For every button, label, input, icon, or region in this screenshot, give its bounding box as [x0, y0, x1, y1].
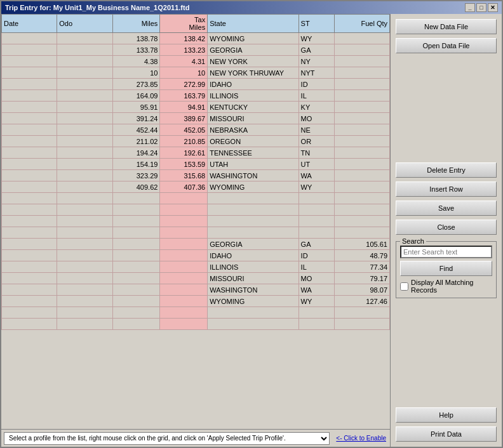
help-button[interactable]: Help	[396, 407, 497, 423]
table-row[interactable]	[2, 204, 390, 216]
table-cell[interactable]: NEW YORK THRUWAY	[208, 67, 298, 79]
table-cell[interactable]: 194.24	[112, 147, 160, 159]
table-cell[interactable]: GEORGIA	[208, 239, 298, 250]
table-cell[interactable]	[160, 227, 208, 239]
maximize-button[interactable]: □	[476, 3, 486, 12]
table-cell[interactable]	[112, 239, 160, 250]
table-cell[interactable]	[112, 193, 160, 204]
table-cell[interactable]	[57, 227, 112, 239]
search-input[interactable]	[400, 246, 492, 258]
table-cell[interactable]: UTAH	[208, 159, 298, 170]
table-row[interactable]: GEORGIAGA105.61	[2, 239, 390, 250]
table-cell[interactable]: 138.78	[112, 33, 160, 44]
table-cell[interactable]: 211.02	[112, 136, 160, 147]
table-cell[interactable]	[2, 261, 57, 273]
table-cell[interactable]	[112, 273, 160, 284]
table-cell[interactable]: IL	[298, 90, 334, 102]
table-cell[interactable]: WYOMING	[208, 181, 298, 193]
table-cell[interactable]: WA	[298, 284, 334, 296]
table-cell[interactable]: WY	[298, 181, 334, 193]
table-cell[interactable]	[334, 136, 389, 147]
new-data-file-button[interactable]: New Data File	[396, 19, 497, 34]
table-cell[interactable]	[334, 216, 389, 227]
table-cell[interactable]	[2, 124, 57, 136]
table-cell[interactable]	[208, 227, 298, 239]
table-row[interactable]: 391.24389.67MISSOURIMO	[2, 113, 390, 124]
table-cell[interactable]: 323.29	[112, 170, 160, 181]
table-cell[interactable]: 127.46	[334, 296, 389, 307]
table-cell[interactable]: 48.79	[334, 250, 389, 261]
table-row[interactable]: IDAHOID48.79	[2, 250, 390, 261]
table-cell[interactable]	[2, 170, 57, 181]
table-cell[interactable]	[2, 56, 57, 67]
table-cell[interactable]	[160, 204, 208, 216]
find-button[interactable]: Find	[400, 261, 492, 276]
table-cell[interactable]: WYOMING	[208, 296, 298, 307]
save-button[interactable]: Save	[396, 201, 497, 216]
table-cell[interactable]	[208, 193, 298, 204]
table-cell[interactable]	[334, 33, 389, 44]
table-cell[interactable]	[112, 250, 160, 261]
table-cell[interactable]	[57, 250, 112, 261]
table-cell[interactable]: WA	[298, 170, 334, 181]
table-row[interactable]: 194.24192.61TENNESSEETN	[2, 147, 390, 159]
table-row[interactable]: 323.29315.68WASHINGTONWA	[2, 170, 390, 181]
table-cell[interactable]: WY	[298, 296, 334, 307]
table-cell[interactable]: WYOMING	[208, 33, 298, 44]
table-row[interactable]: 95.9194.91KENTUCKYKY	[2, 102, 390, 113]
insert-row-button[interactable]: Insert Row	[396, 181, 497, 197]
table-cell[interactable]	[2, 113, 57, 124]
table-cell[interactable]	[57, 181, 112, 193]
table-cell[interactable]: 192.61	[160, 147, 208, 159]
table-cell[interactable]	[57, 216, 112, 227]
table-cell[interactable]: 77.34	[334, 261, 389, 273]
table-cell[interactable]	[160, 273, 208, 284]
table-cell[interactable]: IDAHO	[208, 79, 298, 90]
table-cell[interactable]	[2, 307, 57, 319]
table-cell[interactable]	[334, 79, 389, 90]
table-cell[interactable]	[57, 124, 112, 136]
table-cell[interactable]: 163.79	[160, 90, 208, 102]
close-button-panel[interactable]: Close	[396, 220, 497, 235]
table-cell[interactable]	[57, 56, 112, 67]
table-cell[interactable]: 210.85	[160, 136, 208, 147]
table-row[interactable]: 1010NEW YORK THRUWAYNYT	[2, 67, 390, 79]
table-cell[interactable]	[2, 44, 57, 56]
table-cell[interactable]: 98.07	[334, 284, 389, 296]
table-cell[interactable]	[298, 307, 334, 319]
table-cell[interactable]	[112, 261, 160, 273]
table-cell[interactable]	[57, 33, 112, 44]
table-cell[interactable]	[160, 193, 208, 204]
table-row[interactable]	[2, 307, 390, 319]
table-cell[interactable]: 138.42	[160, 33, 208, 44]
table-cell[interactable]	[2, 79, 57, 90]
table-cell[interactable]	[112, 216, 160, 227]
table-cell[interactable]: ILLINOIS	[208, 261, 298, 273]
delete-entry-button[interactable]: Delete Entry	[396, 162, 497, 178]
table-cell[interactable]	[298, 216, 334, 227]
table-cell[interactable]	[334, 181, 389, 193]
table-cell[interactable]: 407.36	[160, 181, 208, 193]
table-cell[interactable]	[334, 204, 389, 216]
table-cell[interactable]	[2, 33, 57, 44]
table-cell[interactable]	[57, 147, 112, 159]
close-button[interactable]: ✕	[488, 3, 498, 12]
table-cell[interactable]: 273.85	[112, 79, 160, 90]
table-cell[interactable]: GA	[298, 44, 334, 56]
table-cell[interactable]: 105.61	[334, 239, 389, 250]
table-cell[interactable]	[112, 296, 160, 307]
table-cell[interactable]	[57, 44, 112, 56]
table-row[interactable]	[2, 227, 390, 239]
table-cell[interactable]	[2, 284, 57, 296]
table-cell[interactable]: MO	[298, 273, 334, 284]
table-cell[interactable]: 10	[160, 67, 208, 79]
open-data-file-button[interactable]: Open Data File	[396, 38, 497, 53]
table-cell[interactable]	[57, 67, 112, 79]
table-cell[interactable]	[2, 250, 57, 261]
table-cell[interactable]	[57, 273, 112, 284]
table-cell[interactable]	[2, 147, 57, 159]
table-cell[interactable]: 133.78	[112, 44, 160, 56]
table-cell[interactable]	[2, 216, 57, 227]
click-to-enable-link[interactable]: <- Click to Enable	[332, 435, 390, 442]
table-cell[interactable]	[2, 296, 57, 307]
